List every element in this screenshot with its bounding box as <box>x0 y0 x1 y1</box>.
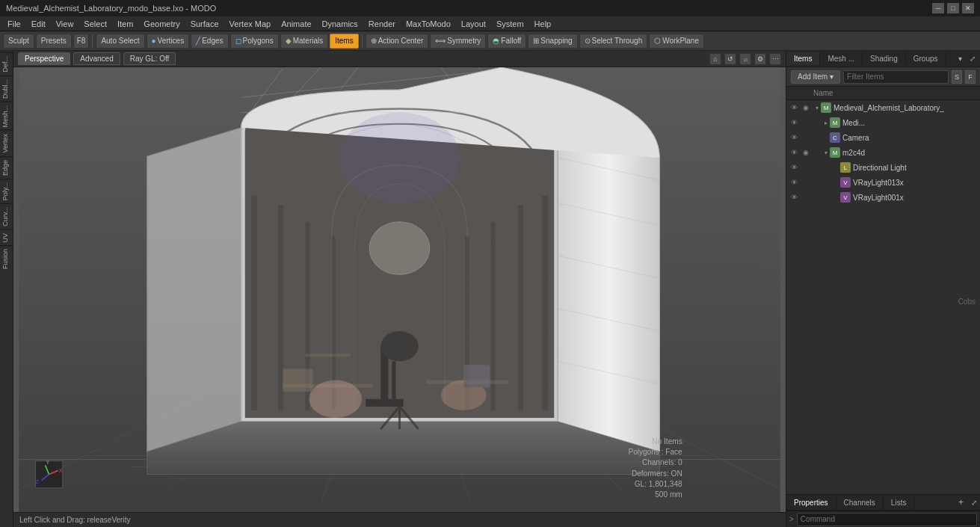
list-item[interactable]: 👁 C Camera <box>786 130 980 145</box>
vis-icon[interactable] <box>800 176 812 188</box>
close-button[interactable]: ✕ <box>962 3 974 13</box>
sidebar-tab-uv[interactable]: UV <box>0 229 13 246</box>
vis-icon[interactable] <box>800 132 812 144</box>
right-tab-groups[interactable]: Groups <box>906 52 946 65</box>
expand-panel-icon[interactable]: ⤢ <box>968 496 980 509</box>
vis-icon[interactable]: ◉ <box>800 147 812 158</box>
expand-icon[interactable]: ▾ <box>813 102 821 113</box>
item-name: Medieval_Alchemist_Laboratory_ <box>833 104 944 112</box>
sidebar-tab-dubl[interactable]: Dubl... <box>0 75 13 102</box>
add-item-button[interactable]: Add Item ▾ <box>791 70 840 84</box>
materials-button[interactable]: ◆ Materials <box>280 34 329 49</box>
list-item[interactable]: 👁 ◉ ▾ M m2c4d <box>786 145 980 160</box>
expand-icon[interactable]: ▸ <box>822 117 830 128</box>
viewport-more-icon[interactable]: ⋯ <box>769 53 781 65</box>
eye-icon[interactable]: 👁 <box>788 161 800 173</box>
polygons-button[interactable]: ◻ Polygons <box>230 34 279 49</box>
expand-icon[interactable] <box>833 192 840 203</box>
polygon-icon: ◻ <box>235 37 241 45</box>
right-tab-shading[interactable]: Shading <box>863 52 906 65</box>
right-tab-items[interactable]: Items <box>786 52 820 65</box>
workplane-button[interactable]: ⬡ WorkPlane <box>649 34 704 49</box>
select-through-button[interactable]: ⊙ Select Through <box>579 34 648 49</box>
edges-button[interactable]: ╱ Edges <box>191 34 228 49</box>
menu-system[interactable]: System <box>492 19 528 29</box>
command-input[interactable] <box>797 513 977 526</box>
channels-tab[interactable]: Channels <box>836 496 884 509</box>
menu-select[interactable]: Select <box>79 19 111 29</box>
menu-edit[interactable]: Edit <box>27 19 50 29</box>
viewport-zoom-icon[interactable]: ⌕ <box>739 53 751 65</box>
menu-render[interactable]: Render <box>364 19 400 29</box>
viewport-canvas[interactable]: No Items Polygons : Face Channels: 0 Def… <box>13 67 786 512</box>
viewport-rotate-icon[interactable]: ↺ <box>724 53 736 65</box>
vis-icon[interactable] <box>800 117 812 129</box>
right-panel-tabs: Items Mesh ... Shading Groups ▾ ⤢ <box>786 51 980 67</box>
menu-file[interactable]: File <box>3 19 25 29</box>
sidebar-tab-poly[interactable]: Poly... <box>0 179 13 203</box>
menu-vertex-map[interactable]: Vertex Map <box>225 19 276 29</box>
expand-icon[interactable] <box>833 177 840 188</box>
viewport-tab-raygl[interactable]: Ray GL: Off <box>123 52 176 65</box>
menu-geometry[interactable]: Geometry <box>139 19 184 29</box>
lists-tab[interactable]: Lists <box>884 496 915 509</box>
list-item[interactable]: 👁 V VRayLight013x <box>786 175 980 190</box>
maximize-button[interactable]: □ <box>947 3 959 13</box>
filter-s-button[interactable]: S <box>952 70 962 84</box>
eye-icon[interactable]: 👁 <box>788 117 800 129</box>
list-item[interactable]: 👁 L Directional Light <box>786 160 980 175</box>
falloff-button[interactable]: ◓ Falloff <box>487 34 526 49</box>
sculpt-button[interactable]: Sculpt <box>3 34 34 49</box>
viewport-home-icon[interactable]: ⌂ <box>709 53 721 65</box>
menu-animate[interactable]: Animate <box>277 19 315 29</box>
vertices-button[interactable]: ● Vertices <box>147 34 190 49</box>
list-item[interactable]: 👁 V VRayLight001x <box>786 190 980 205</box>
sidebar-tab-curv[interactable]: Curv... <box>0 203 13 229</box>
preset-num-button[interactable]: F8 <box>73 34 90 49</box>
add-panel-button[interactable]: + <box>954 495 968 510</box>
sidebar-tab-vertex[interactable]: Vertex <box>0 130 13 156</box>
expand-icon[interactable] <box>822 132 830 143</box>
right-tab-mesh[interactable]: Mesh ... <box>820 52 863 65</box>
expand-icon[interactable] <box>833 162 840 173</box>
presets-button[interactable]: Presets <box>36 34 72 49</box>
eye-icon[interactable]: 👁 <box>788 102 800 114</box>
vis-icon[interactable]: ◉ <box>800 102 812 114</box>
properties-tab[interactable]: Properties <box>786 496 836 509</box>
menu-item[interactable]: Item <box>113 19 138 29</box>
list-item[interactable]: 👁 ◉ ▾ M Medieval_Alchemist_Laboratory_ <box>786 100 980 115</box>
vis-icon[interactable] <box>800 191 812 203</box>
items-button[interactable]: Items <box>330 34 358 49</box>
viewport-tab-advanced[interactable]: Advanced <box>73 52 120 65</box>
auto-select-button[interactable]: Auto Select <box>96 34 144 49</box>
menu-maxtomodo[interactable]: MaxToModo <box>401 19 455 29</box>
minimize-button[interactable]: ─ <box>932 3 944 13</box>
sidebar-tab-mesh[interactable]: Mesh... <box>0 102 13 131</box>
items-list[interactable]: 👁 ◉ ▾ M Medieval_Alchemist_Laboratory_ 👁… <box>786 100 980 295</box>
menu-surface[interactable]: Surface <box>186 19 224 29</box>
eye-icon[interactable]: 👁 <box>788 132 800 144</box>
list-item[interactable]: 👁 ▸ M Medi... <box>786 115 980 130</box>
action-center-button[interactable]: ⊕ Action Center <box>366 34 429 49</box>
menu-help[interactable]: Help <box>530 19 556 29</box>
filter-f-button[interactable]: F <box>965 70 976 84</box>
symmetry-button[interactable]: ⟺ Symmetry <box>430 34 486 49</box>
menu-view[interactable]: View <box>52 19 78 29</box>
eye-icon[interactable]: 👁 <box>788 191 800 203</box>
vis-icon[interactable] <box>800 161 812 173</box>
menu-dynamics[interactable]: Dynamics <box>318 19 363 29</box>
filter-items-input[interactable] <box>843 70 949 84</box>
right-panel-expand-icon[interactable]: ⤢ <box>967 53 979 65</box>
eye-icon[interactable]: 👁 <box>788 147 800 158</box>
eye-icon[interactable]: 👁 <box>788 176 800 188</box>
viewport-settings-icon[interactable]: ⚙ <box>754 53 766 65</box>
sidebar-tab-edge[interactable]: Edge <box>0 156 13 179</box>
viewport-tab-perspective[interactable]: Perspective <box>18 52 70 65</box>
snapping-button[interactable]: ⊞ Snapping <box>528 34 577 49</box>
sidebar-tab-def[interactable]: Def... <box>0 52 13 75</box>
menu-layout[interactable]: Layout <box>457 19 490 29</box>
sidebar-tab-fusion[interactable]: Fusion <box>0 245 13 272</box>
svg-rect-11 <box>251 195 257 410</box>
right-tab-more[interactable]: ▾ <box>954 52 967 65</box>
expand-icon[interactable]: ▾ <box>822 147 830 158</box>
